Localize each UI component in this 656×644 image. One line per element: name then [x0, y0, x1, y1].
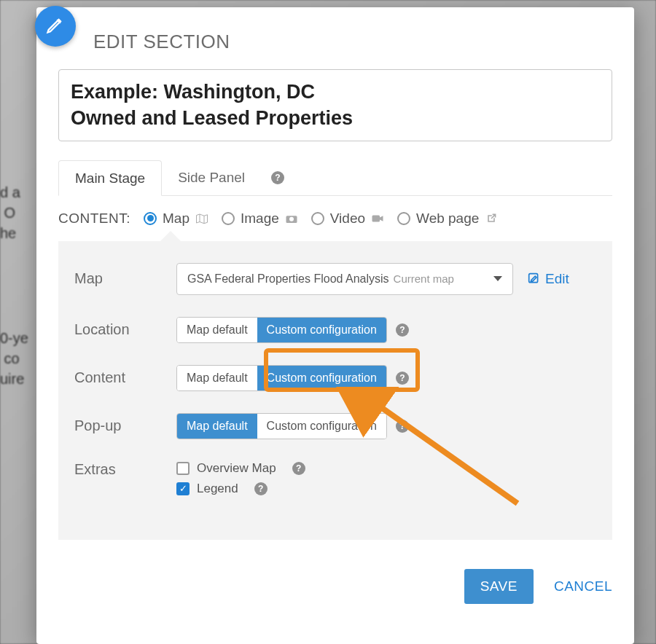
tab-side-panel[interactable]: Side Panel [162, 160, 261, 195]
content-cfg-label: Content [74, 369, 176, 386]
option-label: Web page [416, 211, 479, 227]
edit-map-link[interactable]: Edit [528, 271, 569, 287]
pencil-icon [45, 15, 66, 38]
legend-label: Legend [197, 482, 238, 496]
location-label: Location [74, 321, 176, 338]
radio-icon [144, 212, 157, 225]
option-label: Image [241, 211, 279, 227]
map-select-name: GSA Federal Properties Flood Analysis [187, 272, 389, 286]
location-default-button[interactable]: Map default [177, 318, 257, 342]
content-toggle: Map default Custom configuration [176, 365, 387, 391]
location-row: Location Map default Custom configuratio… [74, 317, 596, 343]
content-option-map[interactable]: Map [144, 211, 208, 227]
extras-row: Extras Overview Map ? Legend ? [74, 461, 596, 496]
popup-toggle: Map default Custom configuration [176, 413, 387, 439]
tabs: Main Stage Side Panel ? [58, 160, 612, 196]
map-select[interactable]: GSA Federal Properties Flood Analysis Cu… [176, 263, 513, 295]
legend-checkbox[interactable] [176, 482, 190, 495]
map-select-suffix: Current map [394, 272, 454, 285]
external-link-icon [485, 213, 498, 224]
dialog-footer: SAVE CANCEL [58, 569, 612, 604]
content-option-video[interactable]: Video [311, 211, 384, 227]
content-default-button[interactable]: Map default [177, 366, 257, 390]
content-option-image[interactable]: Image [222, 211, 298, 227]
popup-custom-button[interactable]: Custom configuration [257, 414, 386, 439]
content-cfg-row: Content Map default Custom configuration… [74, 365, 596, 391]
radio-icon [397, 212, 410, 225]
tab-main-stage[interactable]: Main Stage [58, 160, 162, 196]
popup-label: Pop-up [74, 417, 176, 434]
content-label: CONTENT: [58, 211, 130, 227]
legend-option: Legend ? [176, 482, 305, 496]
chevron-down-icon [493, 276, 502, 281]
popup-row: Pop-up Map default Custom configuration … [74, 413, 596, 439]
save-button[interactable]: SAVE [464, 569, 534, 604]
video-icon [371, 213, 384, 224]
edit-section-dialog: EDIT SECTION Main Stage Side Panel ? CON… [36, 7, 634, 644]
svg-point-1 [289, 217, 294, 221]
svg-rect-2 [372, 215, 380, 221]
cancel-button[interactable]: CANCEL [554, 578, 612, 594]
camera-icon [285, 213, 298, 224]
overview-map-option: Overview Map ? [176, 461, 305, 476]
edit-link-label: Edit [545, 271, 569, 287]
popup-default-button[interactable]: Map default [177, 414, 257, 439]
overview-map-checkbox[interactable] [176, 462, 190, 475]
option-label: Map [163, 211, 190, 227]
legend-help-icon[interactable]: ? [254, 482, 268, 495]
radio-icon [222, 212, 235, 225]
option-label: Video [330, 211, 365, 227]
map-row: Map GSA Federal Properties Flood Analysi… [74, 263, 596, 295]
map-label: Map [74, 270, 176, 287]
map-icon [195, 213, 208, 224]
content-help-icon[interactable]: ? [396, 372, 409, 385]
radio-icon [311, 212, 324, 225]
config-panel: Map GSA Federal Properties Flood Analysi… [58, 241, 612, 540]
edit-badge [35, 6, 76, 47]
popup-help-icon[interactable]: ? [396, 420, 409, 433]
dialog-title: EDIT SECTION [93, 31, 612, 53]
content-type-row: CONTENT: Map Image Video Web page [58, 211, 612, 227]
tabs-help-icon[interactable]: ? [271, 171, 284, 184]
location-custom-button[interactable]: Custom configuration [257, 318, 386, 342]
location-toggle: Map default Custom configuration [176, 317, 387, 343]
overview-help-icon[interactable]: ? [292, 462, 305, 475]
content-custom-button[interactable]: Custom configuration [257, 366, 386, 390]
extras-label: Extras [74, 461, 176, 478]
location-help-icon[interactable]: ? [396, 323, 409, 337]
section-title-input[interactable] [58, 69, 612, 141]
overview-map-label: Overview Map [197, 461, 276, 476]
content-option-webpage[interactable]: Web page [397, 211, 498, 227]
